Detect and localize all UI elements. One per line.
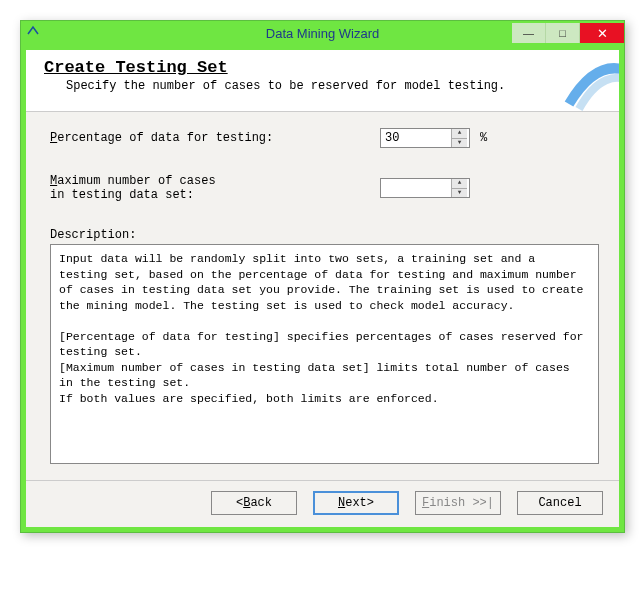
button-bar: < Back Next > Finish >>| Cancel (26, 480, 619, 527)
page-title: Create Testing Set (44, 58, 605, 77)
close-button[interactable]: ✕ (580, 23, 624, 43)
maximize-button[interactable]: □ (546, 23, 580, 43)
percentage-unit: % (480, 131, 487, 145)
description-textbox[interactable]: Input data will be randomly split into t… (50, 244, 599, 464)
maxcases-input[interactable] (381, 179, 451, 197)
percentage-down-icon[interactable]: ▼ (452, 139, 467, 148)
maxcases-up-icon[interactable]: ▲ (452, 179, 467, 189)
cancel-button[interactable]: Cancel (517, 491, 603, 515)
maxcases-label: Maximum number of cases in testing data … (50, 174, 380, 202)
wizard-graphic-icon (559, 50, 619, 112)
description-label: Description: (50, 228, 599, 242)
percentage-label: Percentage of data for testing: (50, 131, 380, 145)
window-controls: — □ ✕ (512, 23, 624, 43)
maxcases-down-icon[interactable]: ▼ (452, 189, 467, 198)
wizard-header: Create Testing Set Specify the number of… (26, 50, 619, 112)
percentage-up-icon[interactable]: ▲ (452, 129, 467, 139)
maxcases-spinner[interactable]: ▲ ▼ (380, 178, 470, 198)
wizard-content: Percentage of data for testing: ▲ ▼ % Ma… (26, 112, 619, 480)
title-bar: Data Mining Wizard — □ ✕ (21, 21, 624, 45)
next-button[interactable]: Next > (313, 491, 399, 515)
minimize-button[interactable]: — (512, 23, 546, 43)
page-subtitle: Specify the number of cases to be reserv… (66, 79, 605, 93)
back-button[interactable]: < Back (211, 491, 297, 515)
app-icon (21, 24, 45, 42)
wizard-window: Data Mining Wizard — □ ✕ Create Testing … (20, 20, 625, 533)
percentage-input[interactable] (381, 129, 451, 147)
maxcases-row: Maximum number of cases in testing data … (50, 174, 599, 202)
percentage-spinner[interactable]: ▲ ▼ (380, 128, 470, 148)
percentage-row: Percentage of data for testing: ▲ ▼ % (50, 128, 599, 148)
finish-button[interactable]: Finish >>| (415, 491, 501, 515)
window-frame: Create Testing Set Specify the number of… (21, 45, 624, 532)
